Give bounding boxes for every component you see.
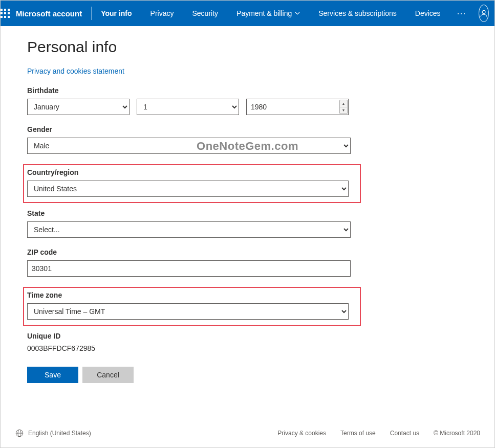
nav-privacy[interactable]: Privacy: [141, 1, 183, 26]
svg-point-0: [482, 10, 485, 13]
zip-group: ZIP code: [27, 248, 494, 277]
nav-security[interactable]: Security: [183, 1, 228, 26]
timezone-select[interactable]: Universal Time – GMT: [27, 303, 349, 320]
birthdate-group: Birthdate January 1 ▲ ▼: [27, 86, 494, 115]
country-group: Country/region United States: [23, 164, 361, 203]
nav-devices[interactable]: Devices: [406, 1, 450, 26]
footer-privacy-link[interactable]: Privacy & cookies: [277, 430, 326, 437]
form-actions: Save Cancel: [27, 367, 494, 383]
globe-icon: [15, 429, 24, 438]
privacy-statement-link[interactable]: Privacy and cookies statement: [27, 67, 124, 75]
app-launcher-button[interactable]: [1, 1, 10, 26]
gender-select[interactable]: Male: [27, 138, 351, 154]
nav-your-info[interactable]: Your info: [92, 1, 141, 26]
waffle-icon: [1, 9, 10, 18]
brand-title[interactable]: Microsoft account: [10, 9, 91, 18]
birth-day-select[interactable]: 1: [137, 99, 239, 115]
gender-group: Gender Male: [27, 125, 494, 154]
uniqueid-group: Unique ID 0003BFFDCF672985: [27, 332, 494, 352]
cancel-button[interactable]: Cancel: [82, 367, 134, 383]
nav-payment-label: Payment & billing: [236, 9, 292, 17]
app-header: Microsoft account Your info Privacy Secu…: [1, 1, 494, 26]
country-select[interactable]: United States: [27, 181, 349, 197]
uniqueid-label: Unique ID: [27, 332, 494, 340]
page-footer: English (United States) Privacy & cookie…: [1, 419, 494, 447]
year-spinner-up[interactable]: ▲: [340, 100, 347, 107]
birthdate-row: January 1 ▲ ▼: [27, 99, 494, 115]
state-group: State Select...: [27, 209, 494, 238]
birth-year-input[interactable]: [246, 99, 349, 115]
nav-more-button[interactable]: ···: [450, 8, 474, 19]
footer-links: Privacy & cookies Terms of use Contact u…: [277, 430, 480, 437]
nav-services[interactable]: Services & subscriptions: [309, 1, 406, 26]
state-select[interactable]: Select...: [27, 221, 351, 238]
main-content: Personal info Privacy and cookies statem…: [1, 26, 494, 383]
birth-month-select[interactable]: January: [27, 99, 130, 115]
nav-payment-billing[interactable]: Payment & billing: [227, 1, 309, 26]
footer-copyright: © Microsoft 2020: [434, 430, 480, 437]
timezone-label: Time zone: [27, 291, 356, 299]
zip-label: ZIP code: [27, 248, 494, 256]
birthdate-label: Birthdate: [27, 86, 494, 95]
zip-input[interactable]: [27, 260, 351, 277]
uniqueid-value: 0003BFFDCF672985: [27, 344, 494, 352]
person-icon: [479, 9, 488, 18]
page-title: Personal info: [27, 38, 494, 56]
save-button[interactable]: Save: [27, 367, 78, 383]
year-spinner-down[interactable]: ▼: [340, 107, 347, 114]
footer-contact-link[interactable]: Contact us: [390, 430, 419, 437]
footer-terms-link[interactable]: Terms of use: [340, 430, 376, 437]
year-spinner-buttons: ▲ ▼: [339, 100, 348, 114]
chevron-down-icon: [295, 11, 300, 16]
timezone-group: Time zone Universal Time – GMT: [23, 287, 361, 326]
gender-label: Gender: [27, 125, 494, 133]
account-avatar[interactable]: [479, 5, 489, 22]
country-label: Country/region: [27, 168, 356, 176]
language-selector[interactable]: English (United States): [15, 429, 91, 438]
state-label: State: [27, 209, 494, 217]
birth-year-wrap: ▲ ▼: [246, 99, 349, 115]
language-label: English (United States): [28, 430, 91, 437]
primary-nav: Your info Privacy Security Payment & bil…: [91, 1, 449, 26]
